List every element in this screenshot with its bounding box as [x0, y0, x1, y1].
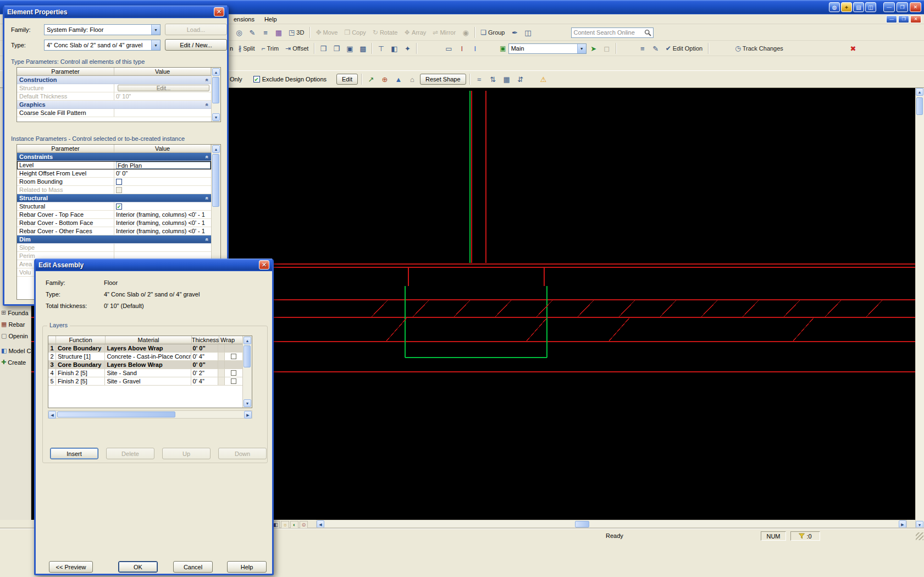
scroll-down-icon[interactable]: ▼ [244, 399, 251, 407]
param-group-constraints[interactable]: Constraints« [17, 153, 211, 161]
snap-grid-icon[interactable]: ▦ [501, 73, 513, 85]
menu-item-help[interactable]: Help [259, 16, 282, 23]
sidebar-item-rebar[interactable]: ▦Rebar [0, 318, 31, 330]
param-group-dim[interactable]: Dim« [17, 235, 211, 244]
preview-button[interactable]: << Preview [49, 561, 93, 573]
render-icon[interactable]: ▦ [273, 26, 285, 39]
pen-icon[interactable]: ✎ [246, 26, 258, 39]
checkbox-icon[interactable] [116, 187, 122, 193]
shadows-icon[interactable]: ☼ [281, 521, 289, 529]
layers-horizontal-scrollbar[interactable]: ◀ ▶ [48, 410, 252, 419]
close-toolbar-icon[interactable]: ✖ [847, 42, 859, 54]
design-option-combo[interactable]: Main▼ [508, 43, 587, 54]
pick-supports-icon[interactable]: ⌂ [406, 73, 418, 85]
spot-slope-icon[interactable]: ⇅ [487, 73, 499, 85]
scroll-left-icon[interactable]: ◀ [48, 411, 56, 419]
scroll-up-icon[interactable]: ▲ [244, 337, 251, 344]
pin-icon[interactable]: ◉ [460, 26, 472, 39]
param-row-room-bounding[interactable]: Room Bounding [17, 178, 211, 186]
array-button[interactable]: ❖Array [401, 26, 429, 39]
3d-view-button[interactable]: ◳3D [286, 26, 307, 39]
mirror-button[interactable]: ⇌Mirror [430, 26, 458, 39]
param-row-rebar-cover-other-faces[interactable]: Rebar Cover - Other FacesInterior (frami… [17, 227, 211, 235]
option-set-icon[interactable]: Ι [456, 42, 468, 54]
param-row-rebar-cover-bottom-face[interactable]: Rebar Cover - Bottom FaceInterior (frami… [17, 219, 211, 227]
warning-icon[interactable]: ⚠ [538, 73, 550, 85]
align-icon[interactable]: ⊤ [375, 42, 387, 54]
layer-row-5[interactable]: 5Finish 2 [5]Site - Gravel0' 4" [48, 377, 242, 386]
mdi-restore-button[interactable]: ❐ [898, 15, 909, 23]
layer-row-2[interactable]: 2Structure [1]Concrete - Cast-in-Place C… [48, 353, 242, 361]
close-button[interactable]: ✕ [910, 2, 921, 12]
demolish-icon[interactable]: ⇵ [514, 73, 527, 85]
scroll-right-icon[interactable]: ▶ [244, 411, 252, 419]
mdi-close-button[interactable]: ✕ [910, 15, 921, 23]
exclude-option-icon[interactable]: ◻ [601, 42, 613, 54]
wrap-checkbox-icon[interactable] [231, 354, 236, 359]
column-header-wrap[interactable]: Wrap [219, 336, 244, 344]
param-row-default-thickness[interactable]: Default Thickness0' 10" [17, 92, 211, 101]
scroll-down-icon[interactable]: ▼ [916, 521, 923, 529]
column-header-parameter[interactable]: Parameter [17, 68, 114, 75]
scroll-thumb[interactable] [57, 411, 175, 417]
scroll-thumb[interactable] [212, 77, 219, 103]
copy-clipboard-icon[interactable]: ❒ [317, 42, 329, 54]
column-header-thickness[interactable]: Thickness [192, 336, 219, 344]
param-row-rebar-cover-top-face[interactable]: Rebar Cover - Top FaceInterior (framing,… [17, 211, 211, 219]
split-face-icon[interactable]: ◧ [388, 42, 400, 54]
column-header-value[interactable]: Value [114, 68, 211, 75]
filter-indicator[interactable]: :0 [790, 531, 820, 541]
option-list-icon[interactable]: ≡ [637, 42, 649, 54]
paste-icon[interactable]: ❐ [330, 42, 342, 54]
checkbox-icon[interactable] [116, 179, 122, 185]
paint-icon[interactable]: ✦ [401, 42, 413, 54]
add-to-option-icon[interactable]: ➤ [588, 42, 600, 54]
star-icon[interactable]: ✦ [841, 2, 852, 12]
vertical-scrollbar[interactable]: ▲ ▼ [915, 88, 924, 529]
table-scrollbar[interactable]: ▲ ▼ [211, 68, 220, 122]
add-point-icon[interactable]: ⊕ [379, 73, 391, 85]
rotate-button[interactable]: ↻Rotate [370, 26, 400, 39]
cut-profile-icon[interactable]: ≈ [473, 73, 485, 85]
offset-button[interactable]: ⇥Offset [283, 42, 311, 54]
sidebar-item-foundation[interactable]: ⊞Founda [0, 307, 31, 318]
help-button[interactable]: Help [227, 561, 267, 573]
cancel-button[interactable]: Cancel [173, 561, 213, 573]
param-row-structure[interactable]: StructureEdit... [17, 84, 211, 92]
copy-button[interactable]: ❐Copy [341, 26, 368, 39]
group-button[interactable]: ❏Group [478, 26, 507, 39]
scroll-left-icon[interactable]: ◀ [317, 520, 324, 528]
reset-shape-button[interactable]: Reset Shape [420, 74, 466, 85]
globe-icon[interactable]: ◍ [829, 2, 840, 12]
chevron-up-icon[interactable]: « [204, 196, 211, 200]
edit-option-button[interactable]: ✔Edit Option [663, 42, 705, 54]
column-header-function[interactable]: Function [56, 336, 106, 344]
exclude-design-options-checkbox[interactable]: ✔Exclude Design Options [253, 76, 327, 83]
param-row-coarse-scale-fill-pattern[interactable]: Coarse Scale Fill Pattern [17, 109, 211, 117]
param-group-structural[interactable]: Structural« [17, 194, 211, 202]
track-changes-button[interactable]: ◷Track Changes [732, 42, 786, 54]
linework-icon[interactable]: ▩ [357, 42, 369, 54]
param-row-structural[interactable]: Structural✔ [17, 202, 211, 211]
edit-assembly-titlebar[interactable]: Edit Assembly ✕ [36, 259, 272, 271]
param-row-height-offset-from-level[interactable]: Height Offset From Level0' 0" [17, 169, 211, 178]
edit-button[interactable]: Edit [336, 74, 358, 85]
option-edit-icon[interactable]: ✎ [650, 42, 662, 54]
wrap-checkbox-icon[interactable] [231, 370, 236, 376]
window-icon[interactable]: ◫ [865, 2, 876, 12]
content-search-input[interactable]: Content Search Online [571, 28, 654, 38]
type-combobox[interactable]: 4" Conc Slab o/ 2" sand o/ 4" gravel ▼ [44, 40, 161, 51]
column-header-value[interactable]: Value [114, 145, 211, 152]
down-button[interactable]: Down [218, 448, 267, 459]
table-scrollbar[interactable]: ▲ ▼ [242, 336, 252, 408]
match-type-icon[interactable]: ▣ [344, 42, 356, 54]
sidebar-item-create[interactable]: ✚Create [0, 356, 31, 368]
hide-isolate-icon[interactable]: ◐ [290, 521, 298, 529]
chevron-down-icon[interactable]: ▼ [151, 25, 160, 35]
zoom-icon[interactable]: ◎ [233, 26, 245, 39]
mdi-minimize-button[interactable]: — [886, 15, 897, 23]
design-options-dialog-icon[interactable]: ▭ [442, 42, 455, 54]
chevron-up-icon[interactable]: « [204, 78, 211, 81]
split-button[interactable]: ∦Split [235, 42, 257, 54]
reveal-hidden-icon[interactable]: ⊙ [300, 521, 308, 529]
